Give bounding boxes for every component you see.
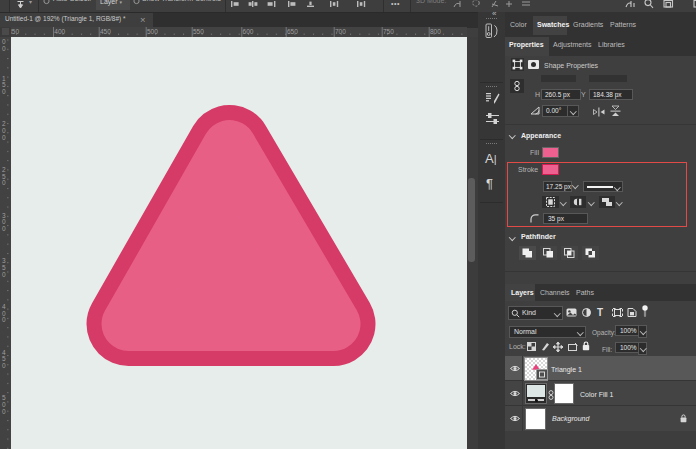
svg-text:700: 700	[335, 28, 346, 35]
svg-text:0: 0	[2, 179, 6, 186]
svg-text:750: 750	[383, 28, 394, 35]
svg-text:0: 0	[2, 225, 6, 232]
svg-text:0: 0	[2, 408, 6, 415]
svg-text:550: 550	[193, 28, 204, 35]
svg-text:600: 600	[243, 28, 254, 35]
svg-text:0: 0	[2, 316, 6, 323]
svg-text:0: 0	[2, 88, 6, 95]
svg-text:0: 0	[2, 271, 6, 278]
svg-text:800: 800	[430, 28, 441, 35]
svg-text:450: 450	[100, 28, 111, 35]
svg-text:650: 650	[287, 28, 298, 35]
svg-text:0: 0	[2, 45, 6, 52]
svg-text:350: 350	[11, 28, 19, 35]
svg-text:0: 0	[2, 134, 6, 141]
svg-text:400: 400	[54, 28, 65, 35]
svg-text:500: 500	[147, 28, 158, 35]
svg-text:0: 0	[2, 362, 6, 369]
